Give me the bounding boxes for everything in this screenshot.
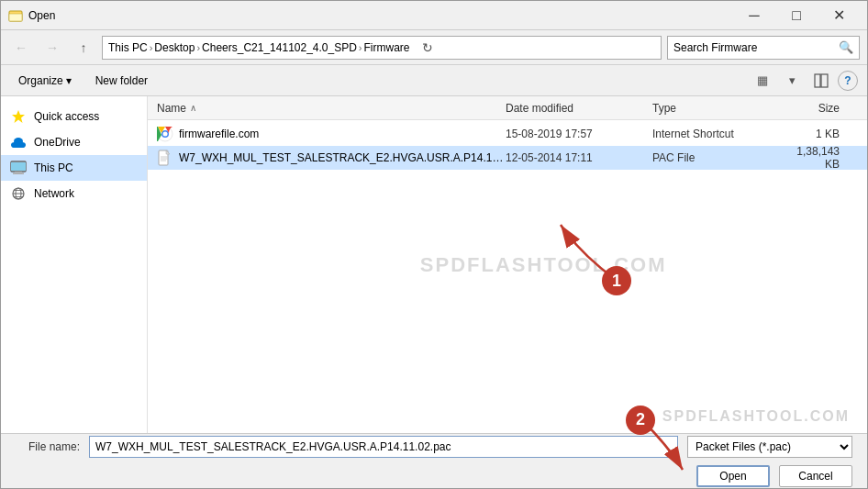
refresh-button[interactable]: ↻ [417, 38, 438, 58]
network-icon [10, 185, 27, 202]
help-button[interactable]: ? [838, 71, 858, 91]
crumb-desktop: Desktop [154, 41, 195, 54]
crumb-this-pc: This PC [108, 41, 148, 54]
filename-label: File name: [16, 440, 80, 453]
svg-rect-2 [815, 74, 820, 87]
sidebar-label-onedrive: OneDrive [34, 136, 81, 149]
col-header-name[interactable]: Name ∧ [157, 102, 506, 115]
crumb-folder: Cheers_C21_141102_4.0_SPD [202, 41, 357, 54]
file-list: firmwarefile.com 15-08-2019 17:57 Intern… [148, 120, 867, 433]
svg-rect-10 [11, 162, 26, 171]
file-date: 15-08-2019 17:57 [506, 128, 652, 140]
forward-button[interactable]: → [39, 35, 65, 61]
file-area: SPDFLASHTOOL.COM Name ∧ Date modified Ty… [148, 96, 867, 433]
filetype-select[interactable]: Packet Files (*.pac) All Files (*.*) [687, 436, 852, 458]
up-button[interactable]: ↑ [71, 35, 96, 61]
button-row: Open Cancel 2 [16, 465, 852, 487]
file-type: PAC File [652, 151, 790, 164]
window-controls: ─ □ ✕ [733, 1, 860, 30]
svg-rect-1 [9, 14, 22, 21]
bottom-bar: SPDFLASHTOOL.COM File name: Packet Files… [1, 433, 867, 488]
svg-rect-11 [15, 172, 22, 173]
open-button[interactable]: Open [696, 465, 770, 487]
file-name-text: firmwarefile.com [179, 128, 259, 140]
pac-file-icon [157, 150, 173, 166]
back-button[interactable]: ← [8, 35, 34, 61]
close-button[interactable]: ✕ [818, 1, 860, 30]
svg-rect-3 [821, 74, 828, 87]
sidebar-item-quick-access[interactable]: Quick access [1, 104, 147, 129]
file-size: 1,38,143 KB [790, 145, 858, 171]
search-box: 🔍 [667, 36, 860, 60]
sidebar-label-network: Network [34, 187, 74, 200]
view-button[interactable]: ▦ [750, 70, 775, 92]
title-bar: Open ─ □ ✕ [1, 1, 867, 30]
address-toolbar: ← → ↑ This PC › Desktop › Cheers_C21_141… [1, 30, 867, 65]
svg-marker-4 [12, 110, 25, 123]
file-name-cell: W7_WXH_MUL_TEST_SALESTRACK_E2.HVGA.USR.A… [157, 150, 506, 166]
svg-rect-8 [12, 144, 25, 148]
col-header-date[interactable]: Date modified [506, 102, 652, 115]
col-header-size[interactable]: Size [790, 102, 858, 115]
file-date: 12-05-2014 17:11 [506, 151, 652, 164]
col-header-type[interactable]: Type [652, 102, 790, 115]
window-icon [8, 8, 23, 23]
filename-input[interactable] [89, 436, 678, 458]
svg-point-7 [14, 138, 23, 145]
column-headers: Name ∧ Date modified Type Size [148, 96, 867, 120]
star-icon [10, 108, 27, 125]
sort-arrow-icon: ∧ [190, 103, 196, 113]
sidebar-label-this-pc: This PC [34, 161, 73, 174]
search-input[interactable] [673, 41, 839, 54]
crumb-firmware: Firmware [364, 41, 410, 54]
filename-row: File name: Packet Files (*.pac) All File… [16, 436, 852, 458]
main-area: Quick access OneDrive This PC Network [1, 96, 867, 433]
svg-point-20 [163, 132, 168, 137]
sidebar-item-network[interactable]: Network [1, 181, 147, 206]
list-item[interactable]: W7_WXH_MUL_TEST_SALESTRACK_E2.HVGA.USR.A… [148, 146, 867, 170]
cloud-icon [10, 134, 27, 150]
view-controls: ▦ ▾ ? [750, 70, 858, 92]
view-dropdown-button[interactable]: ▾ [779, 70, 805, 92]
svg-rect-12 [13, 173, 24, 175]
breadcrumb: This PC › Desktop › Cheers_C21_141102_4.… [108, 41, 410, 54]
list-item[interactable]: firmwarefile.com 15-08-2019 17:57 Intern… [148, 122, 867, 146]
search-icon: 🔍 [839, 40, 853, 54]
organize-button[interactable]: Organize ▾ [10, 70, 80, 92]
file-type: Internet Shortcut [652, 128, 790, 140]
window-title: Open [28, 9, 733, 22]
file-name-cell: firmwarefile.com [157, 126, 506, 142]
pane-button[interactable] [808, 70, 834, 92]
sidebar: Quick access OneDrive This PC Network [1, 96, 148, 433]
chrome-icon [157, 126, 173, 142]
file-name-text: W7_WXH_MUL_TEST_SALESTRACK_E2.HVGA.USR.A… [179, 151, 506, 164]
cancel-button[interactable]: Cancel [779, 465, 852, 487]
minimize-button[interactable]: ─ [733, 1, 775, 30]
computer-icon [10, 160, 27, 176]
new-folder-button[interactable]: New folder [87, 70, 156, 92]
organize-toolbar: Organize ▾ New folder ▦ ▾ ? [1, 65, 867, 96]
sidebar-item-this-pc[interactable]: This PC [1, 155, 147, 181]
open-dialog: Open ─ □ ✕ ← → ↑ This PC › Desktop › Che… [0, 0, 868, 489]
file-size: 1 KB [790, 128, 858, 140]
sidebar-label-quick-access: Quick access [34, 110, 99, 123]
sidebar-item-onedrive[interactable]: OneDrive [1, 129, 147, 155]
maximize-button[interactable]: □ [775, 1, 818, 30]
address-bar[interactable]: This PC › Desktop › Cheers_C21_141102_4.… [102, 36, 662, 60]
